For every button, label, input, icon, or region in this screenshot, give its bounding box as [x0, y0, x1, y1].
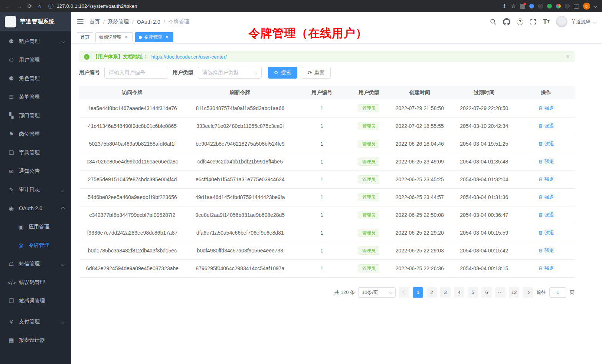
sidebar-item-error-code[interactable]: </>错误码管理	[0, 273, 71, 292]
browser-toolbar-right: ↥ ☆ ☺	[502, 3, 597, 10]
reset-button[interactable]: ⟳ 重置	[302, 67, 331, 79]
force-logout-button[interactable]: 强退	[538, 265, 554, 272]
force-logout-button[interactable]: 强退	[538, 212, 554, 218]
delete-icon	[538, 159, 543, 164]
user-id-input[interactable]	[104, 67, 168, 79]
tag-item[interactable]: 令牌管理×	[135, 32, 173, 42]
expire-time-cell: 2054-03-04 01:32:04	[451, 171, 517, 188]
page-button[interactable]: 1	[413, 287, 423, 298]
refresh-token-cell: b0df4980ffd34c67a08f9156e4eee733	[186, 242, 295, 259]
collapse-sidebar-button[interactable]	[77, 19, 84, 24]
share-icon[interactable]: ↥	[502, 3, 507, 9]
alert-close-icon[interactable]: ×	[566, 54, 570, 60]
breadcrumb-item[interactable]: OAuth 2.0	[137, 19, 160, 25]
sidebar-item-user[interactable]: ⚇用户管理	[0, 51, 71, 69]
sidebar-item-audit-log[interactable]: ✎审计日志	[0, 181, 71, 199]
prev-page-button[interactable]	[399, 287, 409, 298]
select-chevron-icon	[254, 71, 258, 75]
force-logout-button[interactable]: 强退	[538, 123, 554, 129]
force-logout-label: 强退	[544, 123, 554, 129]
site-info-icon[interactable]: ⓘ	[48, 4, 53, 9]
user-type-cell: 管理员	[349, 153, 389, 171]
user-avatar[interactable]	[556, 16, 567, 27]
forward-button[interactable]: →	[16, 3, 22, 9]
sidebar-item-token[interactable]: ◎令牌管理	[0, 236, 71, 255]
extension-dark2-icon[interactable]	[565, 4, 570, 9]
table-row: 41c41346a548490f9dc8b01c6bfe0865333ecfc7…	[79, 117, 575, 135]
github-icon[interactable]	[503, 18, 510, 26]
table-row: c347026e805e4d99b0d116eae66eda8ccdfc4ce9…	[79, 153, 575, 171]
breadcrumb-item[interactable]: 首页	[89, 19, 100, 25]
goto-page-input[interactable]	[549, 287, 566, 298]
sidebar-item-oauth2[interactable]: ◉OAuth 2.0	[0, 199, 71, 218]
table-row: 502375b8040a469a9b82188afdf6af1fbe90422b…	[79, 135, 575, 153]
page-button[interactable]: 6	[481, 287, 492, 298]
help-icon[interactable]: ?	[517, 19, 523, 25]
sidebar-item-pay[interactable]: ¥支付管理	[0, 312, 71, 331]
extension-dark-icon[interactable]	[538, 4, 543, 9]
extension-blue-icon[interactable]	[529, 4, 534, 9]
sidebar-item-dept[interactable]: ▚部门管理	[0, 106, 71, 125]
fullscreen-icon[interactable]	[530, 18, 537, 25]
tag-close-icon[interactable]: ×	[124, 34, 129, 40]
extension-green-icon[interactable]	[547, 4, 552, 9]
home-button[interactable]: ⌂	[38, 3, 41, 9]
sidebar-item-notice[interactable]: ✉通知公告	[0, 162, 71, 181]
user-menu-chevron-icon[interactable]	[593, 20, 596, 23]
page-button[interactable]: 3	[440, 287, 451, 298]
username[interactable]: 芋道源码	[571, 19, 590, 25]
more-pages-button[interactable]: ···	[495, 287, 506, 298]
app-logo[interactable]: 芋道管理系统	[0, 12, 71, 31]
sidebar-item-sms[interactable]: ☖短信管理	[0, 255, 71, 273]
page-size-select[interactable]: 10条/页	[358, 287, 396, 298]
chevron-down-icon	[61, 188, 65, 192]
sidebar-item-report-designer[interactable]: ▦报表设计器	[0, 331, 71, 350]
extension-badged-icon[interactable]	[520, 4, 525, 9]
bookmark-star-icon[interactable]: ☆	[511, 3, 516, 9]
back-button[interactable]: ←	[5, 3, 11, 9]
page-button[interactable]: 4	[454, 287, 464, 298]
force-logout-button[interactable]: 强退	[538, 105, 554, 112]
font-size-icon[interactable]: TT	[543, 18, 550, 26]
address-bar[interactable]: ⓘ 127.0.0.1:1024/system/oauth2/token	[48, 3, 497, 9]
extension-color-icon[interactable]	[556, 4, 561, 9]
browser-menu-chevron-icon[interactable]	[594, 4, 598, 8]
sidebar-item-tenant[interactable]: ⚉租户管理	[0, 32, 71, 51]
user-type-select[interactable]: 请选择用户类型	[198, 67, 262, 79]
sidebar-item-label: 部门管理	[19, 112, 40, 119]
sidebar-item-role[interactable]: ⚈角色管理	[0, 69, 71, 88]
access-token-cell: 502375b8040a469a9b82188afdf6af1f	[79, 135, 186, 153]
reload-button[interactable]: ⟳	[27, 3, 32, 9]
page-button[interactable]: 5	[468, 287, 478, 298]
page-button[interactable]: 2	[426, 287, 437, 298]
tag-close-icon[interactable]: ×	[164, 34, 170, 40]
sidebar-item-dict[interactable]: ❏字典管理	[0, 143, 71, 162]
search-button[interactable]: 搜索	[268, 67, 297, 79]
column-header: 用户编号	[295, 86, 349, 99]
tag-item[interactable]: 首页	[77, 32, 93, 42]
sidebar-toggle-icon[interactable]	[574, 4, 579, 9]
force-logout-button[interactable]: 强退	[538, 158, 554, 165]
tag-item[interactable]: 敏感词管理×	[95, 32, 133, 42]
breadcrumb-item[interactable]: 系统管理	[108, 19, 129, 25]
alert-link[interactable]: https://doc.iocoder.cn/user-center/	[151, 54, 227, 60]
sidebar-item-sensitive-word[interactable]: ❐敏感词管理	[0, 292, 71, 310]
sidebar-item-app[interactable]: ▣应用管理	[0, 218, 71, 236]
sidebar-item-menu[interactable]: ☰菜单管理	[0, 88, 71, 106]
page-button[interactable]: 12	[509, 287, 519, 298]
next-page-button[interactable]	[523, 287, 533, 298]
sidebar-item-label: 通知公告	[19, 168, 40, 175]
sidebar-item-post[interactable]: ⚑岗位管理	[0, 125, 71, 143]
force-logout-button[interactable]: 强退	[538, 229, 554, 236]
force-logout-button[interactable]: 强退	[538, 140, 554, 147]
force-logout-label: 强退	[544, 247, 554, 254]
access-token-cell: f9336e7c7dd242a283ee98dc86b17a87	[79, 224, 186, 242]
search-icon[interactable]	[490, 18, 497, 25]
refresh-token-cell: 8796295f04064c2983414cc54af1097a	[186, 259, 295, 277]
force-logout-button[interactable]: 强退	[538, 176, 554, 183]
user-id-cell: 1	[295, 188, 349, 206]
user-type-placeholder: 请选择用户类型	[202, 69, 239, 76]
browser-profile-avatar[interactable]: ☺	[583, 3, 590, 10]
force-logout-button[interactable]: 强退	[538, 194, 554, 201]
force-logout-button[interactable]: 强退	[538, 247, 554, 254]
